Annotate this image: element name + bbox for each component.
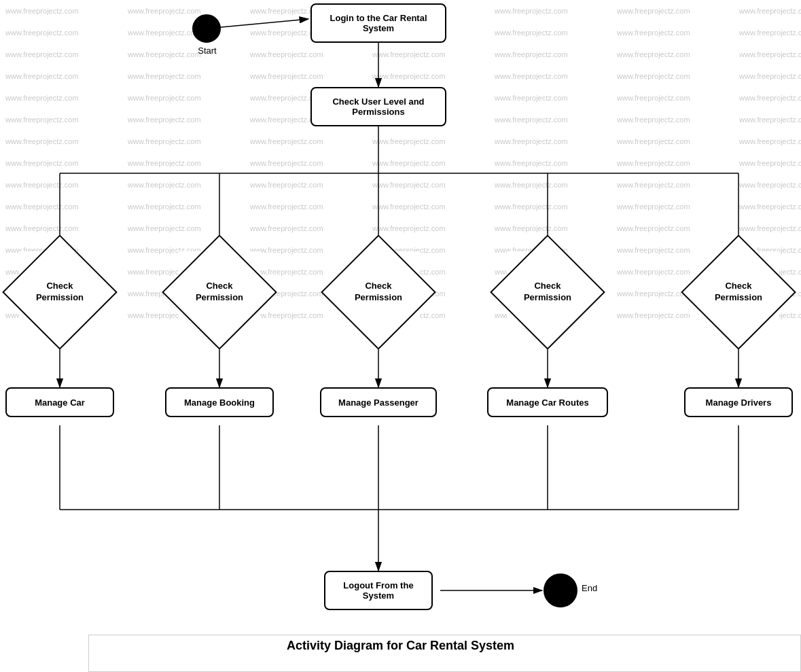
logout-label: Logout From the System <box>343 580 413 601</box>
logout-node: Logout From the System <box>324 571 433 610</box>
diamond3-label: Check Permission <box>355 281 402 304</box>
manage-car-routes-node: Manage Car Routes <box>487 387 608 417</box>
end-label: End <box>582 583 597 593</box>
manage-booking-node: Manage Booking <box>165 387 274 417</box>
diamond4-node: Check Permission <box>507 251 588 333</box>
manage-passenger-node: Manage Passenger <box>320 387 437 417</box>
start-label: Start <box>183 46 232 56</box>
diamond2-label: Check Permission <box>196 281 243 304</box>
diamond5-label: Check Permission <box>715 281 762 304</box>
end-node <box>544 573 577 607</box>
manage-passenger-label: Manage Passenger <box>338 397 419 408</box>
start-node <box>192 14 221 43</box>
diamond2-node: Check Permission <box>179 251 260 333</box>
manage-drivers-label: Manage Drivers <box>706 397 772 408</box>
diamond1-label: Check Permission <box>36 281 84 304</box>
login-label: Login to the Car Rental System <box>330 13 427 33</box>
diagram-title: Activity Diagram for Car Rental System <box>0 639 801 653</box>
manage-car-node: Manage Car <box>5 387 114 417</box>
manage-car-label: Manage Car <box>35 397 85 408</box>
manage-car-routes-label: Manage Car Routes <box>506 397 588 408</box>
check-user-label: Check User Level and Permissions <box>332 96 424 117</box>
svg-line-1 <box>207 19 308 29</box>
diamond5-node: Check Permission <box>698 251 779 333</box>
diamond4-label: Check Permission <box>524 281 571 304</box>
manage-booking-label: Manage Booking <box>184 397 255 408</box>
manage-drivers-node: Manage Drivers <box>684 387 793 417</box>
diamond1-node: Check Permission <box>19 251 101 333</box>
check-user-node: Check User Level and Permissions <box>310 87 446 126</box>
login-node: Login to the Car Rental System <box>310 3 446 43</box>
diamond3-node: Check Permission <box>338 251 419 333</box>
